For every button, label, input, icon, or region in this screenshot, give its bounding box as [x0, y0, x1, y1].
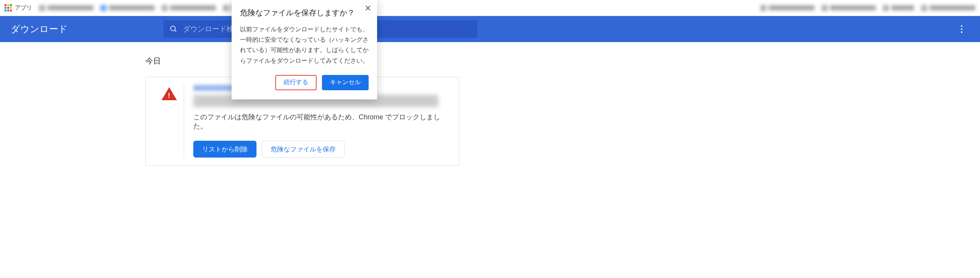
bookmarks-bar: アプリ: [0, 0, 980, 16]
close-icon: ✕: [364, 3, 371, 13]
download-block-message: このファイルは危険なファイルの可能性があるため、Chrome でブロックしました…: [193, 112, 451, 131]
remove-from-list-button[interactable]: リストから削除: [193, 141, 256, 158]
more-menu-button[interactable]: [954, 21, 969, 37]
download-actions: リストから削除 危険なファイルを保存: [193, 141, 451, 158]
keep-dangerous-file-button[interactable]: 危険なファイルを保存: [262, 141, 345, 158]
dialog-body-text: 以前ファイルをダウンロードしたサイトでも、一時的に安全でなくなっている（ハッキン…: [240, 24, 369, 66]
more-vertical-icon: [961, 28, 962, 30]
svg-point-0: [171, 26, 175, 31]
search-icon: [170, 25, 178, 33]
bookmark-item[interactable]: [100, 5, 155, 11]
dialog-continue-button[interactable]: 続行する: [275, 75, 317, 90]
dialog-close-button[interactable]: ✕: [363, 3, 373, 14]
dialog-actions: 続行する キャンセル: [240, 75, 369, 90]
bookmark-item[interactable]: [822, 5, 876, 11]
downloads-body: 今日 このファイルは危険なファイルの可能性があるため、Chrome でブロックし…: [0, 42, 980, 166]
bookmark-item[interactable]: [39, 5, 93, 11]
confirm-keep-dialog: ✕ 危険なファイルを保存しますか？ 以前ファイルをダウンロードしたサイトでも、一…: [232, 0, 377, 99]
warning-icon: [162, 87, 177, 100]
apps-label: アプリ: [15, 4, 32, 11]
page-title: ダウンロード: [11, 23, 68, 35]
bookmark-item[interactable]: [760, 5, 815, 11]
card-icon-column: [154, 85, 184, 158]
apps-grid-icon: [5, 4, 12, 11]
bookmark-item[interactable]: [162, 5, 216, 11]
dialog-title: 危険なファイルを保存しますか？: [240, 8, 369, 18]
dialog-cancel-button[interactable]: キャンセル: [322, 75, 369, 90]
apps-launcher[interactable]: アプリ: [5, 4, 32, 11]
bookmark-item[interactable]: [883, 5, 914, 11]
app-header: ダウンロード: [0, 16, 980, 42]
bookmark-item[interactable]: [921, 5, 975, 11]
svg-line-1: [175, 30, 176, 32]
